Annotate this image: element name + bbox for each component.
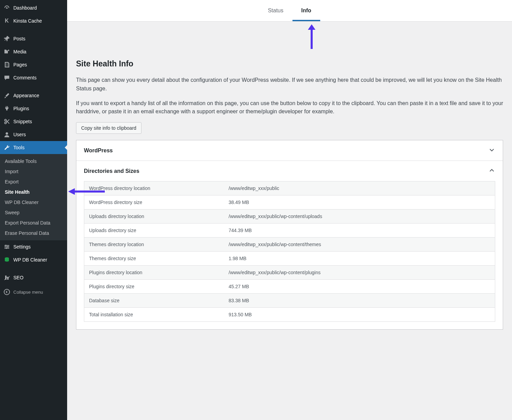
intro-paragraph-1: This page can show you every detail abou… [76,76,503,93]
svg-point-10 [6,247,7,249]
section-toggle[interactable]: WordPress [76,140,503,161]
sidebar-item-wp-db-cleaner[interactable]: WP DB Cleaner [0,253,67,266]
info-value: 913.50 MB [224,308,495,322]
info-value: /www/editwp_xxx/public [224,181,495,195]
scissors-icon [3,118,10,125]
sidebar-item-label: Appearance [13,93,39,98]
sidebar-item-posts[interactable]: Posts [0,32,67,45]
section-wordpress: WordPress [76,140,503,161]
submenu-item-erase-personal-data[interactable]: Erase Personal Data [0,228,67,238]
user-icon [3,131,10,138]
page-title: Site Health Info [76,59,503,68]
svg-marker-7 [68,189,75,195]
sidebar-item-label: Kinsta Cache [13,18,42,24]
info-key: WordPress directory size [84,195,224,209]
submenu-item-sweep[interactable]: Sweep [0,207,67,218]
wrench-icon [3,144,10,151]
sidebar-item-label: Posts [13,36,25,41]
sidebar-item-snippets[interactable]: Snippets [0,115,67,128]
submenu-item-available-tools[interactable]: Available Tools [0,156,67,166]
table-row: Themes directory location/www/editwp_xxx… [84,238,495,252]
brush-icon [3,92,10,99]
section-title: WordPress [84,148,113,154]
sidebar-item-tools[interactable]: Tools [0,141,67,154]
gauge-icon [3,4,10,11]
tab-bar: Status Info [67,0,512,22]
svg-point-9 [7,246,9,247]
chevron-up-icon [488,167,495,175]
table-row: WordPress directory location/www/editwp_… [84,181,495,195]
svg-point-1 [8,50,9,51]
table-row: Database size83.38 MB [84,294,495,308]
sidebar-item-label: WP DB Cleaner [13,257,47,263]
section-body: WordPress directory location/www/editwp_… [76,181,503,329]
copy-clipboard-button[interactable]: Copy site info to clipboard [76,122,141,134]
section-toggle[interactable]: Directories and Sizes [76,161,503,181]
content-area: Status Info Site Health Info This page c… [67,0,512,420]
section-directories-and-sizes: Directories and SizesWordPress directory… [76,161,503,329]
sidebar-item-label: Pages [13,62,27,67]
info-table: WordPress directory location/www/editwp_… [84,181,495,322]
sidebar-item-label: Settings [13,244,31,250]
sidebar-item-settings[interactable]: Settings [0,240,67,253]
svg-rect-2 [5,62,9,67]
sidebar-item-label: Plugins [13,106,29,111]
info-key: Plugins directory size [84,280,224,294]
submenu-item-export-personal-data[interactable]: Export Personal Data [0,218,67,228]
annotation-arrow-info [67,22,512,49]
sidebar-item-media[interactable]: Media [0,45,67,58]
svg-text:K: K [5,18,9,24]
annotation-arrow-site-health [68,188,105,197]
collapse-label: Collapse menu [13,290,43,295]
submenu-item-site-health[interactable]: Site Health [0,187,67,197]
pages-icon [3,61,10,68]
info-key: Plugins directory location [84,266,224,280]
table-row: Uploads directory location/www/editwp_xx… [84,209,495,224]
info-value: /www/editwp_xxx/public/wp-content/upload… [224,209,495,224]
sidebar-item-dashboard[interactable]: Dashboard [0,1,67,14]
sidebar-item-seo[interactable]: SEO [0,271,67,284]
comment-icon [3,74,10,81]
sidebar-item-label: Media [13,49,26,54]
table-row: Uploads directory size744.39 MB [84,224,495,238]
info-value: 83.38 MB [224,294,495,308]
sidebar-item-comments[interactable]: Comments [0,71,67,84]
k-icon: K [3,17,10,24]
sidebar-item-plugins[interactable]: Plugins [0,102,67,115]
sidebar-item-pages[interactable]: Pages [0,58,67,71]
submenu-item-import[interactable]: Import [0,166,67,177]
info-value: 744.39 MB [224,224,495,238]
submenu-item-wp-db-cleaner[interactable]: WP DB Cleaner [0,197,67,207]
info-value: 38.49 MB [224,195,495,209]
db-icon [3,256,10,263]
pin-icon [3,35,10,42]
seo-icon [3,274,10,281]
info-key: Themes directory size [84,252,224,266]
tab-info[interactable]: Info [292,0,320,21]
info-key: Uploads directory size [84,224,224,238]
sidebar-item-appearance[interactable]: Appearance [0,89,67,102]
svg-point-12 [4,289,10,295]
media-icon [3,48,10,55]
svg-marker-14 [308,24,315,30]
tab-status[interactable]: Status [259,0,292,21]
submenu-item-export[interactable]: Export [0,177,67,187]
collapse-menu-button[interactable]: Collapse menu [0,285,67,298]
sidebar-item-label: Tools [13,145,25,150]
table-row: WordPress directory size38.49 MB [84,195,495,209]
table-row: Themes directory size1.98 MB [84,252,495,266]
sidebar-item-users[interactable]: Users [0,128,67,141]
sidebar-item-kinsta-cache[interactable]: KKinsta Cache [0,14,67,27]
table-row: Plugins directory location/www/editwp_xx… [84,266,495,280]
info-value: 1.98 MB [224,252,495,266]
sidebar-item-label: Comments [13,75,37,80]
info-key: Themes directory location [84,238,224,252]
info-value: /www/editwp_xxx/public/wp-content/plugin… [224,266,495,280]
plug-icon [3,105,10,112]
sidebar-item-label: Dashboard [13,5,37,11]
info-value: 45.27 MB [224,280,495,294]
info-key: WordPress directory location [84,181,224,195]
info-accordion: WordPressDirectories and SizesWordPress … [76,140,503,330]
admin-sidebar: DashboardKKinsta CachePostsMediaPagesCom… [0,0,67,420]
sidebar-item-label: Users [13,132,26,137]
